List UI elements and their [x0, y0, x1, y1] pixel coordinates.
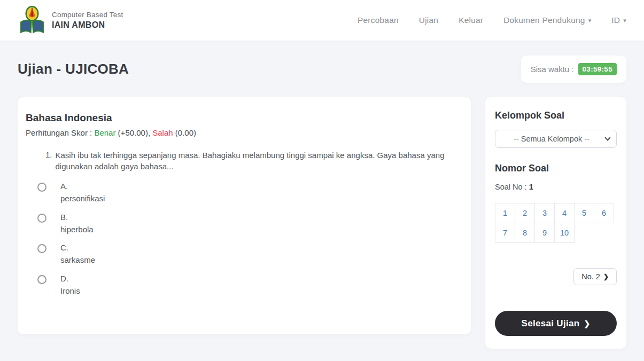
question-number-cell[interactable]: 7	[495, 223, 515, 243]
option-letter: D.	[60, 274, 80, 283]
score-salah-label: Salah	[152, 128, 173, 137]
nav-item[interactable]: Keluar	[459, 15, 483, 25]
question-number-cell[interactable]: 3	[534, 203, 555, 223]
chevron-right-icon: ❯	[584, 319, 590, 328]
timer-badge: 03:59:55	[578, 63, 617, 75]
subject-title: Bahasa Indonesia	[26, 112, 462, 124]
answer-radio[interactable]	[37, 244, 46, 253]
nomor-soal-heading: Nomor Soal	[495, 163, 617, 174]
iain-ambon-logo-icon	[19, 6, 45, 35]
option-text[interactable]: hiperbola	[60, 224, 94, 235]
score-salah-value: (0.00)	[173, 128, 196, 137]
question-number-cell[interactable]: 10	[554, 223, 575, 243]
option-letter: C.	[60, 243, 95, 252]
top-navbar: Computer Based Test IAIN AMBON Percobaan…	[0, 0, 644, 41]
nav-item-label: Dokumen Pendukung	[503, 15, 585, 25]
timer-label: Sisa waktu :	[531, 65, 574, 74]
nav-item[interactable]: ID ▾	[611, 15, 626, 25]
score-prefix: Perhitungan Skor :	[26, 128, 94, 137]
nav-item-label: Keluar	[459, 15, 483, 25]
kelompok-soal-heading: Kelompok Soal	[495, 110, 617, 121]
brand-title: IAIN AMBON	[52, 20, 123, 30]
nav-item-label: Percobaan	[358, 15, 399, 25]
question-number-cell[interactable]: 6	[594, 203, 614, 223]
exam-card: Bahasa Indonesia Perhitungan Skor : Bena…	[18, 97, 471, 334]
nav-item-label: ID	[611, 15, 620, 25]
brand-subtitle: Computer Based Test	[52, 11, 123, 19]
kelompok-select-wrap: -- Semua Kelompok --	[495, 130, 617, 148]
current-question-value: 1	[529, 183, 533, 191]
page-title: Ujian - UJICOBA	[18, 61, 129, 77]
timer-card: Sisa waktu : 03:59:55	[521, 56, 626, 83]
next-question-button[interactable]: No. 2 ❯	[573, 268, 617, 285]
nav-item[interactable]: Percobaan	[358, 15, 399, 25]
caret-down-icon: ▾	[623, 18, 626, 23]
answer-radio[interactable]	[37, 183, 46, 192]
nav-item[interactable]: Dokumen Pendukung ▾	[503, 15, 591, 25]
question-number-grid: 1 2 3 4 5 6 7 8 9 10	[495, 203, 617, 242]
question-number: 1.	[45, 150, 52, 172]
answer-option-row: A. personifikasi	[37, 182, 462, 204]
question-number-cell[interactable]: 5	[574, 203, 594, 223]
score-benar-value: (+50.00),	[115, 128, 152, 137]
question-text: Kasih ibu tak terhingga sepanjang masa. …	[56, 150, 462, 172]
question-number-cell[interactable]: 1	[495, 203, 515, 223]
answer-options: A. personifikasi B. hiperbola	[37, 182, 462, 296]
brand: Computer Based Test IAIN AMBON	[19, 6, 123, 35]
question-number-cell[interactable]: 8	[515, 223, 535, 243]
score-line: Perhitungan Skor : Benar (+50.00), Salah…	[26, 128, 462, 137]
current-question-indicator: Soal No : 1	[495, 183, 617, 191]
finish-exam-button[interactable]: Selesai Ujian ❯	[495, 311, 617, 336]
kelompok-select[interactable]: -- Semua Kelompok --	[495, 130, 617, 148]
option-text[interactable]: Ironis	[60, 286, 80, 296]
nav-item-label: Ujian	[419, 15, 438, 25]
option-letter: A.	[60, 182, 105, 191]
finish-exam-label: Selesai Ujian	[522, 318, 580, 329]
current-question-label: Soal No :	[495, 183, 529, 191]
answer-option-row: B. hiperbola	[37, 213, 462, 235]
option-text[interactable]: personifikasi	[60, 193, 105, 204]
option-text[interactable]: sarkasme	[60, 255, 95, 265]
answer-radio[interactable]	[37, 275, 46, 284]
question-number-cell[interactable]: 2	[515, 203, 535, 223]
chevron-right-icon: ❯	[603, 273, 609, 280]
question-number-cell[interactable]: 9	[534, 223, 555, 243]
caret-down-icon: ▾	[588, 18, 592, 23]
next-question-label: No. 2	[581, 272, 600, 281]
question-block: 1. Kasih ibu tak terhingga sepanjang mas…	[26, 150, 462, 172]
option-letter: B.	[60, 213, 94, 222]
question-number-cell[interactable]: 4	[554, 203, 575, 223]
nav-links: Percobaan Ujian Keluar Dokumen Pendukung…	[358, 15, 626, 25]
nav-item[interactable]: Ujian	[419, 15, 438, 25]
answer-option-row: D. Ironis	[37, 274, 462, 296]
answer-radio[interactable]	[37, 214, 46, 223]
answer-option-row: C. sarkasme	[37, 243, 462, 265]
question-nav-sidebar: Kelompok Soal -- Semua Kelompok -- Nomor…	[485, 97, 626, 349]
score-benar-label: Benar	[94, 128, 115, 137]
